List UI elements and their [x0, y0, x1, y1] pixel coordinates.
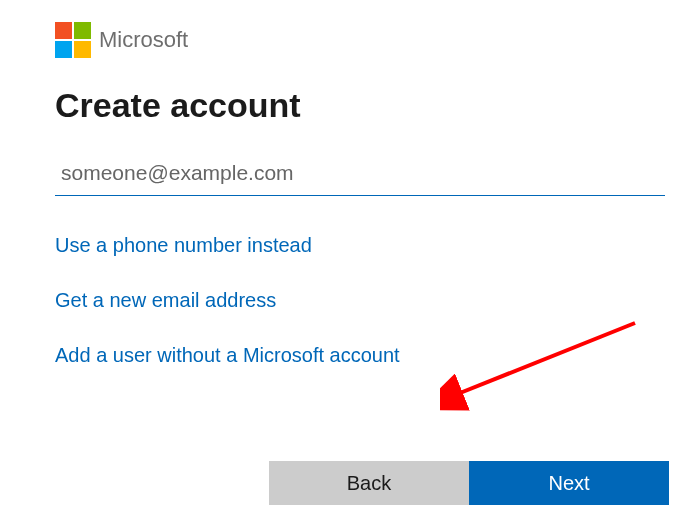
use-phone-link[interactable]: Use a phone number instead — [55, 234, 312, 257]
email-input[interactable] — [55, 155, 665, 196]
microsoft-logo-icon — [55, 22, 91, 58]
new-email-link[interactable]: Get a new email address — [55, 289, 276, 312]
alt-links: Use a phone number instead Get a new ema… — [55, 234, 669, 367]
next-button[interactable]: Next — [469, 461, 669, 505]
button-row: Back Next — [269, 461, 669, 505]
brand-text: Microsoft — [99, 27, 188, 53]
page-title: Create account — [55, 86, 669, 125]
brand-header: Microsoft — [55, 22, 669, 58]
no-ms-account-link[interactable]: Add a user without a Microsoft account — [55, 344, 400, 367]
back-button[interactable]: Back — [269, 461, 469, 505]
